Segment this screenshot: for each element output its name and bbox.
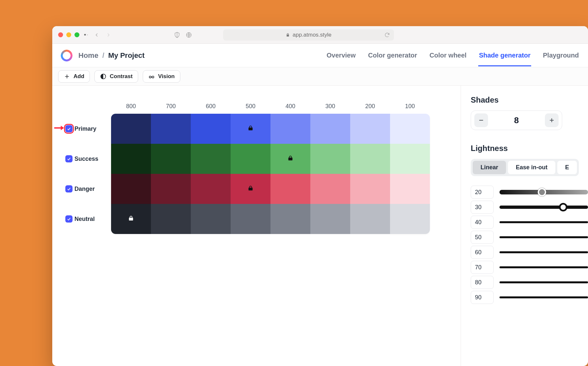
shade-cell[interactable] [310,114,350,144]
sidebar-toggle-button[interactable] [84,33,89,37]
shade-cell[interactable] [310,144,350,174]
shade-cell[interactable] [310,174,350,204]
shade-cell[interactable] [231,174,270,204]
back-button[interactable] [93,31,100,39]
column-header: 700 [151,103,191,110]
shade-row [111,174,430,204]
slider-track[interactable] [499,206,588,209]
slider-track[interactable] [499,296,588,298]
shade-cell[interactable] [151,174,191,204]
forward-button[interactable] [105,31,112,39]
lightness-slider-row: 90 [471,290,588,305]
row-visibility-checkbox[interactable] [65,155,73,162]
app-header: Home / My Project OverviewColor generato… [52,44,588,67]
lightness-slider-row: 30 [471,200,588,215]
shade-cell[interactable] [191,174,231,204]
slider-value-input[interactable]: 60 [471,246,494,259]
shade-cell[interactable] [390,144,430,174]
add-button-label: Add [74,73,84,80]
slider-thumb[interactable] [559,203,567,211]
minimize-window-button[interactable] [66,32,71,37]
privacy-shield-icon[interactable] [173,31,181,39]
shade-cell[interactable] [390,114,430,144]
nav-tab-shade-generator[interactable]: Shade generator [478,44,531,66]
shade-cell[interactable] [231,114,270,144]
lock-icon [247,125,254,133]
shade-cell[interactable] [151,204,191,234]
column-header: 600 [191,103,231,110]
slider-track[interactable] [499,236,588,238]
lock-icon [286,33,290,37]
curve-tab-ease[interactable]: Ease in-out [508,161,555,174]
shade-cell[interactable] [191,144,231,174]
shade-cell[interactable] [151,114,191,144]
slider-value-input[interactable]: 20 [471,186,494,199]
vision-button[interactable]: Vision [143,70,180,83]
shade-cell[interactable] [231,204,270,234]
shade-cell[interactable] [191,204,231,234]
shade-cell[interactable] [111,144,151,174]
slider-thumb[interactable] [538,188,546,196]
add-button[interactable]: Add [58,70,90,83]
shade-cell[interactable] [390,174,430,204]
slider-track[interactable] [499,221,588,223]
shades-decrement-button[interactable] [474,113,488,127]
slider-value-input[interactable]: 50 [471,231,494,244]
shade-cell[interactable] [350,114,390,144]
zoom-window-button[interactable] [74,32,79,37]
slider-value-input[interactable]: 80 [471,276,494,289]
slider-track[interactable] [499,266,588,268]
breadcrumb-home[interactable]: Home [78,51,98,60]
app-logo[interactable] [61,50,73,61]
slider-track[interactable] [499,281,588,283]
contrast-button[interactable]: Contrast [94,70,138,83]
curve-tab-linear[interactable]: Linear [473,161,506,174]
slider-value-input[interactable]: 30 [471,201,494,214]
contrast-icon [100,73,106,80]
nav-tab-color-generator[interactable]: Color generator [368,44,418,66]
shade-cell[interactable] [390,204,430,234]
shades-heading: Shades [471,95,588,105]
shade-cell[interactable] [350,144,390,174]
lightness-slider-row: 80 [471,275,588,290]
shades-value: 8 [514,115,519,125]
shade-cell[interactable] [270,174,310,204]
shade-cell[interactable] [270,144,310,174]
row-visibility-checkbox[interactable] [65,125,73,132]
contrast-button-label: Contrast [110,73,133,80]
slider-value-input[interactable]: 70 [471,261,494,274]
row-name: Primary [74,125,96,132]
shade-cell[interactable] [111,114,151,144]
nav-tab-color-wheel[interactable]: Color wheel [429,44,467,66]
lightness-slider-row: 20 [471,185,588,200]
shade-cell[interactable] [270,114,310,144]
slider-track[interactable] [499,251,588,253]
shade-cell[interactable] [350,204,390,234]
nav-tab-playground[interactable]: Playground [542,44,580,66]
row-label-danger: Danger [52,174,111,204]
shade-cell[interactable] [270,204,310,234]
site-settings-icon[interactable] [185,31,192,39]
shade-matrix: 800700600500400300200100 [111,97,430,234]
column-header: 500 [231,103,270,110]
reload-button[interactable] [384,31,391,39]
shades-increment-button[interactable] [545,113,559,127]
shade-cell[interactable] [310,204,350,234]
shade-cell[interactable] [350,174,390,204]
shade-cell[interactable] [111,204,151,234]
curve-tab-extra[interactable]: E [557,161,577,174]
row-visibility-checkbox[interactable] [65,185,73,192]
nav-tab-overview[interactable]: Overview [326,44,356,66]
shade-cell[interactable] [191,114,231,144]
slider-track[interactable] [499,190,588,194]
row-visibility-checkbox[interactable] [65,215,73,223]
shade-cell[interactable] [111,174,151,204]
shade-cell[interactable] [231,144,270,174]
close-window-button[interactable] [58,32,63,37]
shade-cell[interactable] [151,144,191,174]
address-bar[interactable]: app.atmos.style [223,29,394,41]
row-label-success: Success [52,144,111,174]
slider-value-input[interactable]: 90 [471,291,494,304]
column-header: 300 [310,103,350,110]
slider-value-input[interactable]: 40 [471,216,494,229]
